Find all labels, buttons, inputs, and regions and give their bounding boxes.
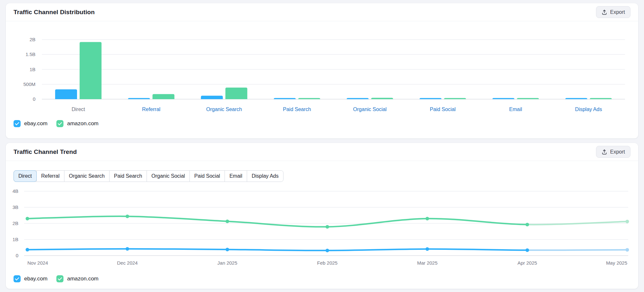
line-segment-amazon-com [127, 216, 227, 221]
bar-ebay-com-organic-search[interactable] [201, 96, 223, 99]
checkbox-checked-icon[interactable] [56, 120, 63, 127]
point-ebay-com-may-2025[interactable] [626, 248, 629, 252]
export-button-label: Export [610, 149, 625, 155]
checkbox-checked-icon[interactable] [14, 275, 21, 282]
category-label-referral[interactable]: Referral [142, 107, 160, 112]
bar-amazon-com-organic-search[interactable] [226, 88, 247, 99]
legend-item-ebay-com[interactable]: ebay.com [14, 120, 47, 127]
traffic-channel-trend-panel: Traffic Channel Trend Export DirectRefer… [6, 143, 638, 289]
export-button-trend[interactable]: Export [596, 146, 630, 158]
point-ebay-com-apr-2025[interactable] [525, 249, 529, 252]
line-segment-ebay-com [127, 249, 227, 250]
export-icon [601, 9, 607, 15]
legend-label: amazon.com [67, 276, 98, 282]
category-label-paid-social[interactable]: Paid Social [430, 107, 456, 112]
y-axis-tick-label: 0 [33, 96, 35, 102]
export-button-label: Export [610, 9, 625, 15]
panel-header: Traffic Channel Distribution Export [6, 3, 638, 21]
point-amazon-com-dec-2024[interactable] [126, 215, 129, 218]
x-axis-label-nov-2024: Nov 2024 [27, 260, 48, 266]
legend-label: amazon.com [67, 120, 98, 127]
line-segment-amazon-com [27, 216, 127, 219]
traffic-trend-line-chart: 01B2B3B4BNov 2024Dec 2024Jan 2025Feb 202… [9, 175, 634, 273]
legend-item-amazon-com[interactable]: amazon.com [56, 120, 98, 127]
bar-amazon-com-organic-social[interactable] [371, 98, 393, 99]
checkbox-checked-icon[interactable] [56, 275, 63, 282]
y-axis-tick-label: 3B [13, 204, 18, 210]
bar-amazon-com-paid-search[interactable] [298, 98, 320, 99]
bar-amazon-com-referral[interactable] [152, 94, 174, 99]
y-axis-tick-label: 1.5B [25, 52, 35, 57]
bar-amazon-com-display-ads[interactable] [590, 98, 612, 99]
tab-direct[interactable]: Direct [14, 170, 37, 182]
x-axis-label-jan-2025: Jan 2025 [217, 260, 237, 266]
page-title-distribution: Traffic Channel Distribution [14, 9, 95, 16]
traffic-channel-distribution-panel: Traffic Channel Distribution Export 0500… [6, 3, 638, 138]
domain-legend-distribution: ebay.comamazon.com [14, 120, 99, 127]
export-button-distribution[interactable]: Export [596, 6, 630, 18]
category-label-organic-search[interactable]: Organic Search [206, 107, 242, 112]
y-axis-tick-label: 2B [30, 37, 35, 42]
point-ebay-com-mar-2025[interactable] [426, 247, 429, 251]
point-amazon-com-may-2025[interactable] [626, 220, 629, 223]
bar-ebay-com-paid-social[interactable] [419, 98, 441, 99]
bar-ebay-com-display-ads[interactable] [565, 98, 587, 99]
bar-amazon-com-direct[interactable] [80, 42, 101, 99]
legend-item-ebay-com[interactable]: ebay.com [14, 275, 47, 282]
y-axis-tick-label: 2B [13, 221, 18, 226]
y-axis-tick-label: 1B [13, 237, 18, 242]
x-axis-label-mar-2025: Mar 2025 [417, 260, 437, 266]
page-title-trend: Traffic Channel Trend [14, 148, 77, 155]
panel-header: Traffic Channel Trend Export [6, 143, 638, 161]
line-segment-ebay-com [427, 249, 527, 250]
point-ebay-com-nov-2024[interactable] [26, 248, 29, 251]
point-ebay-com-dec-2024[interactable] [126, 247, 129, 251]
line-chart-svg: 01B2B3B4BNov 2024Dec 2024Jan 2025Feb 202… [9, 175, 634, 272]
category-label-paid-search[interactable]: Paid Search [283, 107, 311, 112]
x-axis-label-may-2025: May 2025 [606, 260, 627, 266]
bar-ebay-com-paid-search[interactable] [274, 98, 296, 99]
point-amazon-com-mar-2025[interactable] [426, 217, 429, 221]
bar-amazon-com-email[interactable] [517, 98, 539, 99]
line-segment-ebay-com [527, 250, 627, 250]
y-axis-tick-label: 500M [23, 81, 35, 87]
bar-ebay-com-organic-social[interactable] [347, 98, 369, 99]
traffic-distribution-bar-chart: 0500M1B1.5B2BDirectReferralOrganic Searc… [14, 29, 630, 120]
category-label-display-ads[interactable]: Display Ads [575, 107, 602, 112]
x-axis-label-apr-2025: Apr 2025 [517, 260, 537, 266]
y-axis-tick-label: 4B [13, 188, 18, 194]
point-amazon-com-jan-2025[interactable] [226, 220, 229, 223]
export-icon [601, 149, 607, 155]
line-segment-ebay-com [327, 249, 427, 251]
y-axis-tick-label: 0 [16, 253, 18, 258]
y-axis-tick-label: 1B [30, 67, 35, 72]
point-amazon-com-nov-2024[interactable] [26, 217, 29, 221]
point-ebay-com-jan-2025[interactable] [226, 248, 229, 251]
line-segment-ebay-com [27, 249, 127, 250]
legend-label: ebay.com [24, 120, 47, 127]
x-axis-label-feb-2025: Feb 2025 [317, 260, 337, 266]
line-segment-amazon-com [527, 221, 627, 225]
bar-ebay-com-email[interactable] [493, 98, 514, 99]
line-segment-amazon-com [227, 221, 327, 227]
checkbox-checked-icon[interactable] [14, 120, 21, 127]
category-label-organic-social[interactable]: Organic Social [353, 107, 387, 112]
legend-item-amazon-com[interactable]: amazon.com [56, 275, 98, 282]
bar-chart-svg: 0500M1B1.5B2BDirectReferralOrganic Searc… [14, 29, 630, 119]
point-amazon-com-feb-2025[interactable] [326, 225, 329, 229]
line-segment-ebay-com [227, 250, 327, 250]
domain-legend-trend: ebay.comamazon.com [14, 275, 99, 282]
bar-ebay-com-direct[interactable] [55, 89, 77, 99]
point-ebay-com-feb-2025[interactable] [326, 249, 329, 252]
category-label-direct: Direct [72, 107, 85, 112]
x-axis-label-dec-2024: Dec 2024 [117, 260, 138, 266]
legend-label: ebay.com [24, 276, 47, 282]
line-segment-amazon-com [327, 219, 427, 227]
point-amazon-com-apr-2025[interactable] [525, 223, 529, 226]
bar-ebay-com-referral[interactable] [128, 98, 150, 99]
bar-amazon-com-paid-social[interactable] [444, 98, 466, 99]
category-label-email[interactable]: Email [509, 107, 522, 112]
